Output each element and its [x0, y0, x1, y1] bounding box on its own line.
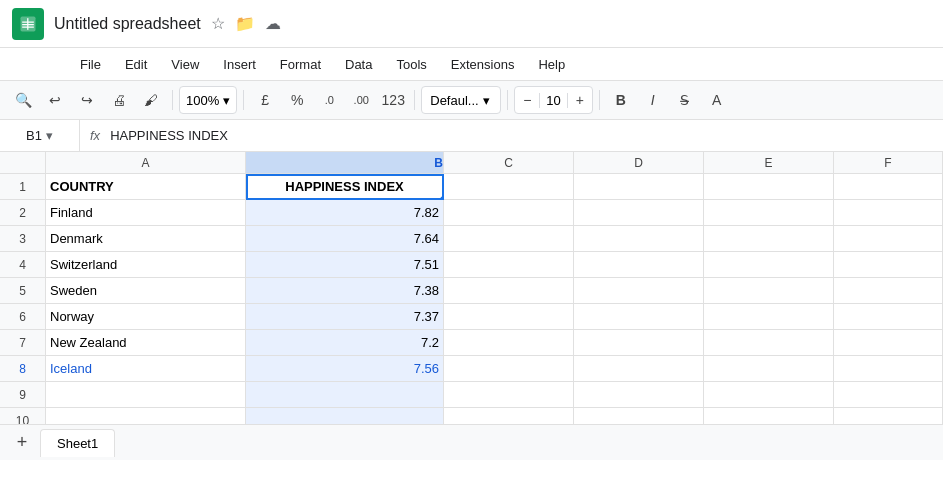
cell-a8[interactable]: Iceland — [46, 356, 246, 382]
row-num-8[interactable]: 8 — [0, 356, 46, 382]
cell-d2[interactable] — [574, 200, 704, 226]
cell-f4[interactable] — [834, 252, 943, 278]
col-header-d[interactable]: D — [574, 152, 704, 174]
sheet-tab-1[interactable]: Sheet1 — [40, 429, 115, 457]
col-header-b[interactable]: B — [246, 152, 444, 174]
cell-e3[interactable] — [704, 226, 834, 252]
cell-e7[interactable] — [704, 330, 834, 356]
cell-b3[interactable]: 7.64 — [246, 226, 444, 252]
redo-button[interactable]: ↪ — [72, 86, 102, 114]
cell-c5[interactable] — [444, 278, 574, 304]
cell-e2[interactable] — [704, 200, 834, 226]
paint-format-button[interactable]: 🖌 — [136, 86, 166, 114]
cell-d8[interactable] — [574, 356, 704, 382]
cell-e6[interactable] — [704, 304, 834, 330]
cell-d4[interactable] — [574, 252, 704, 278]
decimal-less-button[interactable]: .0 — [314, 86, 344, 114]
folder-icon[interactable]: 📁 — [235, 14, 255, 33]
cell-ref-box[interactable]: B1 ▾ — [0, 120, 80, 152]
cell-b5[interactable]: 7.38 — [246, 278, 444, 304]
col-header-a[interactable]: A — [46, 152, 246, 174]
col-header-f[interactable]: F — [834, 152, 943, 174]
row-num-1[interactable]: 1 — [0, 174, 46, 200]
cell-f3[interactable] — [834, 226, 943, 252]
number-format-button[interactable]: 123 — [378, 86, 408, 114]
cell-b7[interactable]: 7.2 — [246, 330, 444, 356]
cell-d3[interactable] — [574, 226, 704, 252]
cell-f6[interactable] — [834, 304, 943, 330]
cell-d9[interactable] — [574, 382, 704, 408]
cell-a7[interactable]: New Zealand — [46, 330, 246, 356]
menu-view[interactable]: View — [161, 53, 209, 76]
font-selector[interactable]: Defaul... ▾ — [421, 86, 501, 114]
cell-a3[interactable]: Denmark — [46, 226, 246, 252]
cell-b8[interactable]: 7.56 — [246, 356, 444, 382]
cell-b4[interactable]: 7.51 — [246, 252, 444, 278]
undo-button[interactable]: ↩ — [40, 86, 70, 114]
add-sheet-button[interactable]: + — [8, 429, 36, 457]
cell-f5[interactable] — [834, 278, 943, 304]
col-header-e[interactable]: E — [704, 152, 834, 174]
row-num-4[interactable]: 4 — [0, 252, 46, 278]
strikethrough-button[interactable]: S̶ — [670, 86, 700, 114]
search-button[interactable]: 🔍 — [8, 86, 38, 114]
cell-f7[interactable] — [834, 330, 943, 356]
cloud-icon[interactable]: ☁ — [265, 14, 281, 33]
row-num-9[interactable]: 9 — [0, 382, 46, 408]
cell-c4[interactable] — [444, 252, 574, 278]
cell-b1[interactable]: HAPPINESS INDEX — [246, 174, 444, 200]
menu-edit[interactable]: Edit — [115, 53, 157, 76]
formula-content[interactable]: HAPPINESS INDEX — [110, 128, 228, 143]
cell-c8[interactable] — [444, 356, 574, 382]
cell-a1[interactable]: COUNTRY — [46, 174, 246, 200]
cell-e4[interactable] — [704, 252, 834, 278]
menu-help[interactable]: Help — [528, 53, 575, 76]
cell-a4[interactable]: Switzerland — [46, 252, 246, 278]
currency-button[interactable]: £ — [250, 86, 280, 114]
cell-a2[interactable]: Finland — [46, 200, 246, 226]
menu-tools[interactable]: Tools — [386, 53, 436, 76]
cell-f8[interactable] — [834, 356, 943, 382]
menu-insert[interactable]: Insert — [213, 53, 266, 76]
row-num-3[interactable]: 3 — [0, 226, 46, 252]
cell-c2[interactable] — [444, 200, 574, 226]
cell-e8[interactable] — [704, 356, 834, 382]
bold-button[interactable]: B — [606, 86, 636, 114]
menu-file[interactable]: File — [70, 53, 111, 76]
cell-a6[interactable]: Norway — [46, 304, 246, 330]
cell-c1[interactable] — [444, 174, 574, 200]
percent-button[interactable]: % — [282, 86, 312, 114]
cell-c3[interactable] — [444, 226, 574, 252]
cell-a5[interactable]: Sweden — [46, 278, 246, 304]
star-icon[interactable]: ☆ — [211, 14, 225, 33]
cell-f1[interactable] — [834, 174, 943, 200]
menu-format[interactable]: Format — [270, 53, 331, 76]
cell-c7[interactable] — [444, 330, 574, 356]
cell-a9[interactable] — [46, 382, 246, 408]
row-num-5[interactable]: 5 — [0, 278, 46, 304]
cell-d1[interactable] — [574, 174, 704, 200]
decimal-more-button[interactable]: .00 — [346, 86, 376, 114]
cell-f2[interactable] — [834, 200, 943, 226]
cell-e9[interactable] — [704, 382, 834, 408]
cell-b9[interactable] — [246, 382, 444, 408]
cell-c6[interactable] — [444, 304, 574, 330]
cell-e1[interactable] — [704, 174, 834, 200]
cell-b6[interactable]: 7.37 — [246, 304, 444, 330]
font-color-button[interactable]: A — [702, 86, 732, 114]
cell-b2[interactable]: 7.82 — [246, 200, 444, 226]
font-size-value[interactable]: 10 — [539, 93, 567, 108]
font-size-increase[interactable]: + — [568, 86, 592, 114]
zoom-selector[interactable]: 100% ▾ — [179, 86, 237, 114]
cell-c9[interactable] — [444, 382, 574, 408]
menu-data[interactable]: Data — [335, 53, 382, 76]
col-header-c[interactable]: C — [444, 152, 574, 174]
font-size-decrease[interactable]: − — [515, 86, 539, 114]
cell-f9[interactable] — [834, 382, 943, 408]
cell-e5[interactable] — [704, 278, 834, 304]
cell-ref-dropdown-icon[interactable]: ▾ — [46, 128, 53, 143]
menu-extensions[interactable]: Extensions — [441, 53, 525, 76]
row-num-2[interactable]: 2 — [0, 200, 46, 226]
italic-button[interactable]: I — [638, 86, 668, 114]
row-num-7[interactable]: 7 — [0, 330, 46, 356]
